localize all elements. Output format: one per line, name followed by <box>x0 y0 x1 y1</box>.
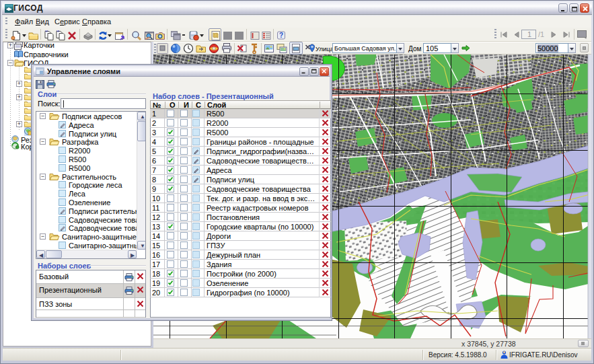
svg-text:?: ? <box>279 32 283 39</box>
